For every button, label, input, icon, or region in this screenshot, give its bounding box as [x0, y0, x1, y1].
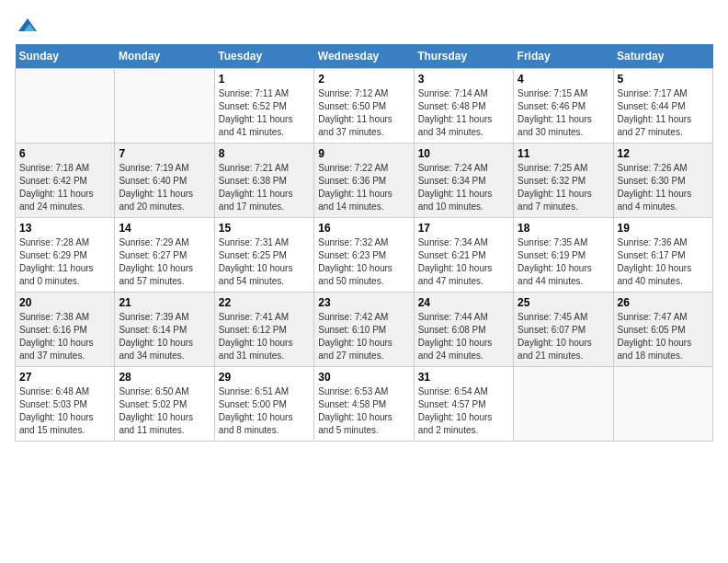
day-info: Sunrise: 7:18 AMSunset: 6:42 PMDaylight:… — [19, 162, 110, 213]
calendar-day-cell: 13 Sunrise: 7:28 AMSunset: 6:29 PMDaylig… — [16, 218, 115, 293]
calendar-day-cell: 15 Sunrise: 7:31 AMSunset: 6:25 PMDaylig… — [214, 218, 313, 293]
calendar-week-row: 27 Sunrise: 6:48 AMSunset: 5:03 PMDaylig… — [16, 367, 713, 442]
calendar-day-cell: 20 Sunrise: 7:38 AMSunset: 6:16 PMDaylig… — [16, 293, 115, 367]
calendar-week-row: 20 Sunrise: 7:38 AMSunset: 6:16 PMDaylig… — [16, 293, 713, 367]
calendar-day-cell: 10 Sunrise: 7:24 AMSunset: 6:34 PMDaylig… — [414, 144, 513, 218]
calendar-day-header: Wednesday — [314, 44, 414, 69]
day-info: Sunrise: 7:29 AMSunset: 6:27 PMDaylight:… — [119, 236, 210, 288]
calendar-day-cell: 24 Sunrise: 7:44 AMSunset: 6:08 PMDaylig… — [414, 293, 513, 367]
day-number: 22 — [219, 296, 310, 309]
calendar-day-header: Thursday — [414, 44, 513, 69]
calendar-day-cell: 30 Sunrise: 6:53 AMSunset: 4:58 PMDaylig… — [314, 367, 414, 442]
calendar-day-cell: 16 Sunrise: 7:32 AMSunset: 6:23 PMDaylig… — [314, 218, 414, 293]
calendar-day-cell: 14 Sunrise: 7:29 AMSunset: 6:27 PMDaylig… — [115, 218, 214, 293]
calendar-day-cell: 23 Sunrise: 7:42 AMSunset: 6:10 PMDaylig… — [314, 293, 414, 367]
day-info: Sunrise: 7:32 AMSunset: 6:23 PMDaylight:… — [318, 236, 409, 288]
calendar-day-cell: 31 Sunrise: 6:54 AMSunset: 4:57 PMDaylig… — [414, 367, 513, 442]
day-info: Sunrise: 7:17 AMSunset: 6:44 PMDaylight:… — [618, 87, 709, 139]
day-number: 1 — [219, 73, 310, 86]
calendar-day-header: Saturday — [613, 44, 712, 69]
calendar-day-header: Monday — [115, 44, 214, 69]
day-info: Sunrise: 7:21 AMSunset: 6:38 PMDaylight:… — [219, 162, 310, 213]
day-info: Sunrise: 7:11 AMSunset: 6:52 PMDaylight:… — [219, 87, 310, 139]
day-info: Sunrise: 7:15 AMSunset: 6:46 PMDaylight:… — [518, 87, 609, 139]
day-number: 26 — [618, 296, 709, 309]
day-number: 28 — [119, 371, 210, 384]
day-number: 15 — [219, 222, 310, 235]
calendar-day-cell: 26 Sunrise: 7:47 AMSunset: 6:05 PMDaylig… — [613, 293, 712, 367]
calendar-week-row: 6 Sunrise: 7:18 AMSunset: 6:42 PMDayligh… — [16, 144, 713, 218]
day-number: 3 — [418, 73, 509, 86]
day-info: Sunrise: 7:26 AMSunset: 6:30 PMDaylight:… — [618, 162, 709, 213]
calendar-day-cell: 5 Sunrise: 7:17 AMSunset: 6:44 PMDayligh… — [613, 69, 712, 144]
calendar-day-cell: 3 Sunrise: 7:14 AMSunset: 6:48 PMDayligh… — [414, 69, 513, 144]
calendar-day-cell: 11 Sunrise: 7:25 AMSunset: 6:32 PMDaylig… — [514, 144, 613, 218]
calendar-day-cell: 7 Sunrise: 7:19 AMSunset: 6:40 PMDayligh… — [115, 144, 214, 218]
day-info: Sunrise: 7:41 AMSunset: 6:12 PMDaylight:… — [219, 311, 310, 362]
calendar-day-cell: 1 Sunrise: 7:11 AMSunset: 6:52 PMDayligh… — [214, 69, 313, 144]
day-info: Sunrise: 6:53 AMSunset: 4:58 PMDaylight:… — [318, 385, 409, 437]
day-info: Sunrise: 7:35 AMSunset: 6:19 PMDaylight:… — [518, 236, 609, 288]
day-info: Sunrise: 6:54 AMSunset: 4:57 PMDaylight:… — [418, 385, 509, 437]
calendar-day-cell — [16, 69, 115, 144]
calendar-week-row: 1 Sunrise: 7:11 AMSunset: 6:52 PMDayligh… — [16, 69, 713, 144]
calendar-day-cell: 12 Sunrise: 7:26 AMSunset: 6:30 PMDaylig… — [613, 144, 712, 218]
calendar-day-cell: 17 Sunrise: 7:34 AMSunset: 6:21 PMDaylig… — [414, 218, 513, 293]
calendar-day-cell: 21 Sunrise: 7:39 AMSunset: 6:14 PMDaylig… — [115, 293, 214, 367]
day-number: 6 — [19, 147, 110, 160]
day-number: 23 — [318, 296, 409, 309]
calendar-day-cell: 22 Sunrise: 7:41 AMSunset: 6:12 PMDaylig… — [214, 293, 313, 367]
calendar-day-cell: 9 Sunrise: 7:22 AMSunset: 6:36 PMDayligh… — [314, 144, 414, 218]
calendar-day-cell: 19 Sunrise: 7:36 AMSunset: 6:17 PMDaylig… — [613, 218, 712, 293]
day-number: 19 — [618, 222, 709, 235]
calendar-day-cell — [514, 367, 613, 442]
day-info: Sunrise: 7:34 AMSunset: 6:21 PMDaylight:… — [418, 236, 509, 288]
calendar-table: SundayMondayTuesdayWednesdayThursdayFrid… — [15, 44, 713, 442]
day-info: Sunrise: 7:42 AMSunset: 6:10 PMDaylight:… — [318, 311, 409, 362]
calendar-day-cell: 25 Sunrise: 7:45 AMSunset: 6:07 PMDaylig… — [514, 293, 613, 367]
logo-icon — [17, 15, 39, 37]
day-info: Sunrise: 7:47 AMSunset: 6:05 PMDaylight:… — [618, 311, 709, 362]
day-number: 5 — [618, 73, 709, 86]
day-number: 18 — [518, 222, 609, 235]
calendar-day-cell: 4 Sunrise: 7:15 AMSunset: 6:46 PMDayligh… — [514, 69, 613, 144]
calendar-day-cell: 6 Sunrise: 7:18 AMSunset: 6:42 PMDayligh… — [16, 144, 115, 218]
day-info: Sunrise: 7:36 AMSunset: 6:17 PMDaylight:… — [618, 236, 709, 288]
day-number: 2 — [318, 73, 409, 86]
day-number: 11 — [518, 147, 609, 160]
day-number: 30 — [318, 371, 409, 384]
day-info: Sunrise: 7:31 AMSunset: 6:25 PMDaylight:… — [219, 236, 310, 288]
day-number: 16 — [318, 222, 409, 235]
day-number: 31 — [418, 371, 509, 384]
logo — [15, 15, 39, 33]
calendar-day-header: Sunday — [16, 44, 115, 69]
day-info: Sunrise: 7:38 AMSunset: 6:16 PMDaylight:… — [19, 311, 110, 362]
calendar-day-cell: 18 Sunrise: 7:35 AMSunset: 6:19 PMDaylig… — [514, 218, 613, 293]
day-number: 17 — [418, 222, 509, 235]
day-info: Sunrise: 7:44 AMSunset: 6:08 PMDaylight:… — [418, 311, 509, 362]
day-number: 25 — [518, 296, 609, 309]
calendar-day-cell — [613, 367, 712, 442]
day-number: 4 — [518, 73, 609, 86]
day-info: Sunrise: 6:50 AMSunset: 5:02 PMDaylight:… — [119, 385, 210, 437]
day-number: 29 — [219, 371, 310, 384]
day-number: 14 — [119, 222, 210, 235]
calendar-header-row: SundayMondayTuesdayWednesdayThursdayFrid… — [16, 44, 713, 69]
day-number: 27 — [19, 371, 110, 384]
calendar-day-cell — [115, 69, 214, 144]
calendar-day-cell: 29 Sunrise: 6:51 AMSunset: 5:00 PMDaylig… — [214, 367, 313, 442]
day-number: 12 — [618, 147, 709, 160]
day-info: Sunrise: 7:25 AMSunset: 6:32 PMDaylight:… — [518, 162, 609, 213]
calendar-day-cell: 28 Sunrise: 6:50 AMSunset: 5:02 PMDaylig… — [115, 367, 214, 442]
day-info: Sunrise: 7:12 AMSunset: 6:50 PMDaylight:… — [318, 87, 409, 139]
calendar-day-cell: 27 Sunrise: 6:48 AMSunset: 5:03 PMDaylig… — [16, 367, 115, 442]
day-number: 20 — [19, 296, 110, 309]
day-info: Sunrise: 7:22 AMSunset: 6:36 PMDaylight:… — [318, 162, 409, 213]
day-info: Sunrise: 6:51 AMSunset: 5:00 PMDaylight:… — [219, 385, 310, 437]
day-number: 9 — [318, 147, 409, 160]
day-info: Sunrise: 7:14 AMSunset: 6:48 PMDaylight:… — [418, 87, 509, 139]
page-header — [15, 15, 713, 33]
day-number: 8 — [219, 147, 310, 160]
day-number: 7 — [119, 147, 210, 160]
day-info: Sunrise: 7:28 AMSunset: 6:29 PMDaylight:… — [19, 236, 110, 288]
